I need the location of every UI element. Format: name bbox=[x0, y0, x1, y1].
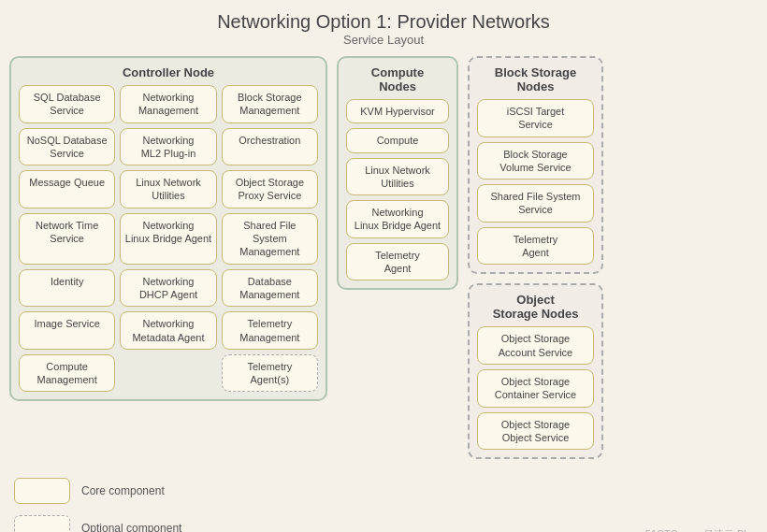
controller-service-18: Compute Management bbox=[19, 354, 115, 393]
controller-service-17: Telemetry Management bbox=[222, 311, 318, 350]
legend-core-box bbox=[14, 478, 70, 504]
block-storage-service-0: iSCSI Target Service bbox=[477, 99, 594, 137]
controller-service-16: Networking Metadata Agent bbox=[120, 311, 216, 350]
controller-service-0: SQL Database Service bbox=[19, 85, 115, 123]
object-storage-node-title: ObjectStorage Nodes bbox=[477, 293, 594, 321]
controller-service-3: NoSQL Database Service bbox=[19, 128, 115, 166]
controller-service-19 bbox=[120, 354, 216, 393]
controller-service-4: Networking ML2 Plug-in bbox=[120, 128, 216, 166]
block-storage-grid: iSCSI Target ServiceBlock Storage Volume… bbox=[477, 99, 594, 265]
compute-node-box: ComputeNodes KVM HypervisorComputeLinux … bbox=[337, 56, 458, 290]
legend: Core component Optional component bbox=[0, 468, 767, 532]
controller-service-15: Image Service bbox=[19, 311, 115, 350]
object-storage-node-box: ObjectStorage Nodes Object Storage Accou… bbox=[468, 283, 603, 459]
controller-node-title: Controller Node bbox=[19, 65, 318, 79]
legend-optional-label: Optional component bbox=[81, 522, 181, 532]
legend-optional-box bbox=[14, 515, 70, 532]
controller-service-12: Identity bbox=[19, 269, 115, 308]
block-storage-node-title: Block StorageNodes bbox=[477, 65, 594, 93]
block-storage-node-box: Block StorageNodes iSCSI Target ServiceB… bbox=[468, 56, 603, 274]
page-subtitle: Service Layout bbox=[0, 33, 767, 47]
controller-service-2: Block Storage Management bbox=[222, 85, 318, 123]
controller-node-box: Controller Node SQL Database ServiceNetw… bbox=[9, 56, 327, 401]
controller-service-1: Networking Management bbox=[120, 85, 216, 123]
controller-service-20: Telemetry Agent(s) bbox=[222, 354, 318, 393]
compute-service-4: Telemetry Agent bbox=[346, 243, 449, 281]
controller-service-13: Networking DHCP Agent bbox=[120, 269, 216, 308]
compute-service-0: KVM Hypervisor bbox=[346, 99, 449, 123]
compute-service-2: Linux Network Utilities bbox=[346, 158, 449, 196]
controller-service-10: Networking Linux Bridge Agent bbox=[120, 213, 216, 265]
controller-grid: SQL Database ServiceNetworking Managemen… bbox=[19, 85, 318, 392]
controller-service-6: Message Queue bbox=[19, 170, 115, 208]
controller-service-14: Database Management bbox=[222, 269, 318, 308]
controller-service-8: Object Storage Proxy Service bbox=[222, 170, 318, 208]
object-storage-grid: Object Storage Account ServiceObject Sto… bbox=[477, 326, 594, 450]
compute-node-title: ComputeNodes bbox=[346, 65, 449, 93]
controller-service-11: Shared File System Management bbox=[222, 213, 318, 265]
main-layout: Controller Node SQL Database ServiceNetw… bbox=[0, 56, 767, 468]
legend-core-label: Core component bbox=[81, 484, 165, 497]
compute-grid: KVM HypervisorComputeLinux Network Utili… bbox=[346, 99, 449, 280]
object-storage-service-1: Object Storage Container Service bbox=[477, 369, 594, 408]
controller-service-7: Linux Network Utilities bbox=[120, 170, 216, 208]
right-column: Block StorageNodes iSCSI Target ServiceB… bbox=[468, 56, 603, 459]
block-storage-service-1: Block Storage Volume Service bbox=[477, 142, 594, 180]
controller-service-5: Orchestration bbox=[222, 128, 318, 166]
object-storage-service-2: Object Storage Object Service bbox=[477, 412, 594, 451]
controller-service-9: Network Time Service bbox=[19, 213, 115, 265]
compute-service-1: Compute bbox=[346, 128, 449, 152]
block-storage-service-3: Telemetry Agent bbox=[477, 227, 594, 266]
legend-core: Core component bbox=[14, 478, 753, 504]
block-storage-service-2: Shared File System Service bbox=[477, 184, 594, 223]
compute-service-3: Networking Linux Bridge Agent bbox=[346, 200, 449, 238]
object-storage-service-0: Object Storage Account Service bbox=[477, 326, 594, 365]
page-title: Networking Option 1: Provider Networks bbox=[0, 0, 767, 33]
legend-optional: Optional component bbox=[14, 515, 753, 532]
